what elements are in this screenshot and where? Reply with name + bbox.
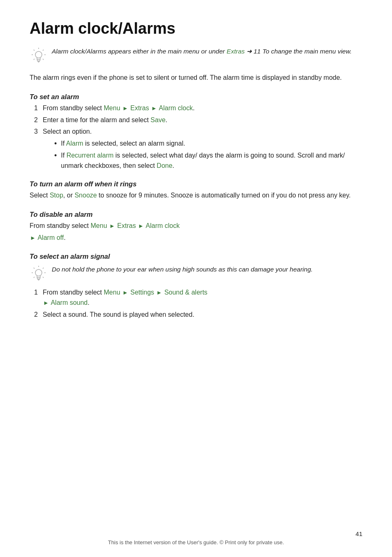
disable-heading: To disable an alarm bbox=[30, 211, 362, 218]
set-alarm-heading: To set an alarm bbox=[30, 93, 362, 101]
page-number: 41 bbox=[355, 530, 362, 537]
svg-point-10 bbox=[35, 269, 42, 276]
svg-point-0 bbox=[35, 51, 42, 58]
disable-section: To disable an alarm From standby select … bbox=[30, 211, 362, 243]
tip2-text: Do not hold the phone to your ear when u… bbox=[52, 265, 313, 274]
page-title: Alarm clock/Alarms bbox=[30, 20, 362, 37]
sound-alerts-link: Sound & alerts bbox=[164, 289, 208, 296]
intro-text: The alarm rings even if the phone is set… bbox=[30, 73, 362, 83]
footer-text: This is the Internet version of the User… bbox=[0, 539, 392, 545]
bullet-recurrent: If Recurrent alarm is selected, select w… bbox=[54, 151, 362, 171]
select-signal-section: To select an alarm signal Do not hold th… bbox=[30, 253, 362, 320]
tip1-text: Alarm clock/Alarms appears either in the… bbox=[52, 46, 352, 56]
tip-box-2: Do not hold the phone to your ear when u… bbox=[30, 265, 362, 283]
tip-icon-1 bbox=[30, 46, 48, 65]
select-signal-heading: To select an alarm signal bbox=[30, 253, 362, 260]
disable-text-line1: From standby select Menu ► Extras ► Alar… bbox=[30, 221, 362, 231]
menu-link-2: Menu bbox=[91, 222, 107, 229]
alarm-sound-link: Alarm sound bbox=[51, 299, 88, 306]
turn-off-text: Select Stop, or Snooze to snooze for 9 m… bbox=[30, 190, 362, 201]
alarm-link: Alarm bbox=[66, 140, 83, 147]
settings-link: Settings bbox=[130, 289, 154, 296]
svg-line-16 bbox=[43, 277, 44, 278]
menu-link-3: Menu bbox=[104, 289, 120, 296]
svg-line-5 bbox=[34, 50, 35, 51]
set-alarm-bullets: If Alarm is selected, select an alarm si… bbox=[43, 139, 362, 171]
snooze-link: Snooze bbox=[74, 192, 97, 199]
signal-steps: 1 From standby select Menu ► Settings ► … bbox=[30, 288, 362, 320]
tip-box-1: Alarm clock/Alarms appears either in the… bbox=[30, 46, 362, 65]
alarm-clock-link-1: Alarm clock bbox=[159, 104, 193, 111]
extras-link-1: Extras bbox=[130, 104, 149, 111]
menu-link-1: Menu bbox=[104, 104, 120, 111]
set-alarm-step-3: 3 Select an option. If Alarm is selected… bbox=[30, 127, 362, 173]
set-alarm-step-2: 2 Enter a time for the alarm and select … bbox=[30, 115, 362, 125]
bullet-alarm: If Alarm is selected, select an alarm si… bbox=[54, 139, 362, 149]
svg-line-8 bbox=[34, 59, 35, 60]
alarm-clock-link-2: Alarm clock bbox=[146, 222, 180, 229]
save-link: Save bbox=[150, 116, 165, 123]
extras-link-2: Extras bbox=[117, 222, 136, 229]
set-alarm-step-1: 1 From standby select Menu ► Extras ► Al… bbox=[30, 103, 362, 114]
done-link: Done bbox=[157, 162, 172, 169]
turn-off-section: To turn an alarm off when it rings Selec… bbox=[30, 180, 362, 201]
svg-line-6 bbox=[43, 59, 44, 60]
turn-off-heading: To turn an alarm off when it rings bbox=[30, 180, 362, 188]
svg-line-15 bbox=[34, 268, 35, 269]
signal-step-1: 1 From standby select Menu ► Settings ► … bbox=[30, 288, 362, 308]
set-alarm-steps: 1 From standby select Menu ► Extras ► Al… bbox=[30, 103, 362, 173]
stop-link: Stop bbox=[50, 192, 63, 199]
disable-text-line2: ► Alarm off. bbox=[30, 233, 362, 243]
svg-line-7 bbox=[43, 50, 44, 51]
recurrent-alarm-link: Recurrent alarm bbox=[67, 152, 114, 159]
signal-step-2: 2 Select a sound. The sound is played wh… bbox=[30, 310, 362, 320]
set-alarm-section: To set an alarm 1 From standby select Me… bbox=[30, 93, 362, 173]
svg-line-18 bbox=[34, 277, 35, 278]
svg-line-17 bbox=[43, 268, 44, 269]
tip-icon-2 bbox=[30, 265, 48, 283]
alarm-off-link: Alarm off bbox=[37, 234, 64, 241]
tip1-extras-link: Extras bbox=[227, 48, 245, 55]
